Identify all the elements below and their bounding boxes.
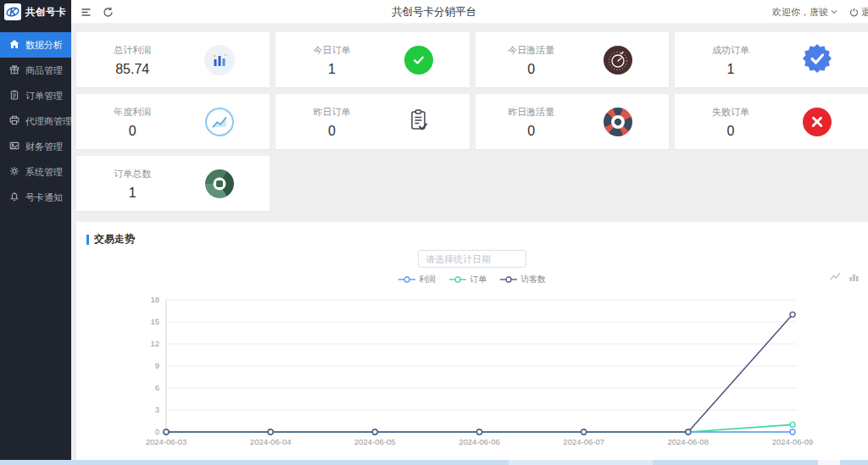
sidebar-item-label: 系统管理 — [25, 166, 63, 179]
stat-label: 失败订单 — [675, 105, 787, 118]
svg-text:2024-06-09: 2024-06-09 — [772, 437, 814, 446]
sidebar-item-notifications[interactable]: 号卡通知 — [0, 185, 71, 210]
chart-toolbox — [830, 271, 860, 282]
trend-circle-icon — [205, 108, 234, 136]
stat-card-today-orders: 今日订单 1 — [275, 32, 469, 87]
stopwatch-icon — [604, 46, 632, 75]
trend-panel: 交易走势 利润订单访客数 03691215182024-06-032024-06… — [76, 222, 868, 460]
svg-text:12: 12 — [150, 339, 159, 348]
gift-icon — [9, 64, 19, 76]
page-title: 共创号卡分销平台 — [392, 0, 476, 24]
printer-icon — [9, 115, 19, 127]
stat-card-today-activations: 今日激活量 0 — [476, 32, 669, 87]
taskbar-strip — [0, 460, 868, 465]
stat-label: 订单总数 — [76, 167, 188, 180]
stat-label: 成功订单 — [675, 43, 787, 56]
stat-value: 1 — [675, 61, 787, 76]
chevron-down-icon — [831, 9, 837, 14]
stat-label: 昨日激活量 — [476, 105, 587, 118]
stat-label: 昨日订单 — [275, 105, 387, 118]
refresh-icon[interactable] — [103, 6, 114, 21]
x-circle-icon — [803, 108, 832, 136]
sidebar-item-products[interactable]: 商品管理 — [0, 58, 71, 83]
sidebar-item-data-analysis[interactable]: 数据分析 — [0, 32, 71, 58]
welcome-text: 欢迎你，唐骏 — [772, 6, 828, 19]
sidebar-menu: 数据分析 商品管理 订单管理 代理商管理 财务管理 系统管理 — [0, 32, 71, 210]
stat-card-yesterday-orders: 昨日订单 0 — [275, 94, 469, 149]
stat-card-total-orders: 订单总数 1 — [76, 156, 270, 211]
section-title: 交易走势 — [94, 232, 135, 246]
logo-icon: K — [4, 3, 21, 20]
main-content: 总计利润 85.74 今日订单 1 今日激活量 0 — [71, 24, 868, 460]
stat-card-yesterday-activations: 昨日激活量 0 — [476, 94, 669, 149]
user-menu[interactable]: 欢迎你，唐骏 — [772, 6, 837, 19]
bell-icon — [9, 191, 19, 203]
stat-label: 今日订单 — [275, 43, 387, 56]
chrome-icon — [205, 169, 234, 198]
chart-legend: 利润订单访客数 — [76, 274, 868, 285]
svg-text:2024-06-06: 2024-06-06 — [459, 437, 500, 446]
stat-value: 0 — [76, 123, 188, 138]
legend-item-2[interactable]: 访客数 — [500, 274, 546, 285]
svg-text:18: 18 — [150, 295, 159, 304]
svg-text:2024-06-03: 2024-06-03 — [146, 437, 187, 446]
verified-badge-icon — [803, 44, 832, 76]
sidebar-item-system[interactable]: 系统管理 — [0, 159, 71, 185]
sidebar-item-label: 订单管理 — [25, 90, 63, 102]
logo: K 共创号卡 — [0, 0, 71, 24]
home-icon — [9, 39, 19, 51]
svg-text:2024-06-08: 2024-06-08 — [668, 437, 709, 446]
clipboard-icon — [9, 90, 19, 102]
stat-value: 0 — [275, 123, 387, 138]
logo-text: 共创号卡 — [25, 6, 66, 19]
power-icon — [849, 8, 859, 17]
svg-text:2024-06-04: 2024-06-04 — [250, 437, 292, 446]
stat-label: 年度利润 — [76, 105, 188, 118]
stat-value: 85.74 — [76, 61, 188, 76]
app-window: K 共创号卡 数据分析 商品管理 订单管理 代理商管理 财 — [0, 0, 868, 465]
svg-text:9: 9 — [155, 361, 159, 370]
stat-label: 总计利润 — [76, 43, 188, 56]
bar-chart-toggle-icon[interactable] — [849, 271, 860, 282]
check-circle-icon — [404, 46, 433, 75]
stat-value: 0 — [476, 123, 587, 138]
stat-label: 今日激活量 — [476, 43, 587, 56]
stat-card-total-profit: 总计利润 85.74 — [76, 32, 270, 87]
sidebar-item-label: 商品管理 — [25, 64, 63, 77]
line-chart-toggle-icon[interactable] — [830, 271, 841, 282]
trend-chart[interactable]: 03691215182024-06-032024-06-042024-06-05… — [76, 291, 868, 457]
wheel-icon — [604, 108, 632, 136]
legend-item-1[interactable]: 订单 — [449, 274, 487, 285]
stat-value: 1 — [275, 61, 387, 76]
legend-item-0[interactable]: 利润 — [398, 274, 436, 285]
sidebar: K 共创号卡 数据分析 商品管理 订单管理 代理商管理 财 — [0, 0, 71, 460]
sidebar-item-orders[interactable]: 订单管理 — [0, 83, 71, 108]
collapse-menu-icon[interactable] — [81, 6, 92, 21]
section-header: 交易走势 — [86, 232, 135, 246]
title-accent-bar — [86, 235, 89, 245]
logout-label: 退出 — [861, 6, 868, 19]
card-icon — [9, 141, 19, 152]
svg-text:2024-06-07: 2024-06-07 — [563, 437, 604, 446]
svg-text:0: 0 — [155, 427, 159, 436]
sidebar-item-finance[interactable]: 财务管理 — [0, 134, 71, 159]
gear-icon — [9, 166, 19, 178]
svg-text:6: 6 — [155, 383, 159, 392]
stat-card-success-orders: 成功订单 1 — [675, 32, 868, 87]
sidebar-item-label: 号卡通知 — [25, 191, 63, 204]
sidebar-item-agents[interactable]: 代理商管理 — [0, 108, 71, 134]
top-header: 共创号卡分销平台 欢迎你，唐骏 退出 — [71, 0, 868, 24]
bar-chart-icon — [204, 45, 235, 75]
logout-button[interactable]: 退出 — [849, 6, 868, 19]
clipboard-check-icon — [408, 108, 430, 136]
stat-cards: 总计利润 85.74 今日订单 1 今日激活量 0 — [76, 32, 868, 211]
sidebar-item-label: 数据分析 — [25, 39, 63, 52]
date-range-input[interactable] — [418, 250, 526, 268]
stat-value: 0 — [476, 61, 587, 76]
svg-text:3: 3 — [155, 405, 159, 414]
stat-value: 0 — [675, 123, 787, 138]
stat-value: 1 — [76, 185, 188, 200]
svg-text:15: 15 — [150, 317, 159, 326]
stat-card-failed-orders: 失败订单 0 — [675, 94, 868, 149]
sidebar-item-label: 代理商管理 — [25, 115, 72, 128]
